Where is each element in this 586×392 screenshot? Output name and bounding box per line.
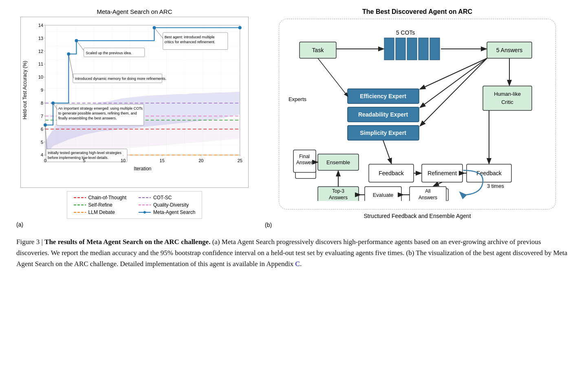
- annotation-best-text2: critics for enhanced refinement.: [165, 40, 216, 44]
- legend-qd-label: Quality-Diversity: [153, 202, 189, 208]
- task-to-experts-arrow: [318, 58, 348, 96]
- final-answer-label2: Answer: [296, 160, 313, 165]
- main-container: Meta-Agent Search on ARC: [16, 8, 570, 270]
- chart-panel: Meta-Agent Search on ARC: [16, 8, 253, 228]
- legend-cot-sc: COT-SC: [139, 195, 195, 200]
- y-axis-label: Held-out Test Accuracy (%): [22, 61, 28, 119]
- simplicity-expert-label: Simplicity Expert: [360, 130, 406, 136]
- y-label-5: 5: [41, 140, 43, 145]
- annotation-scaled-text: Scaled up the previous idea.: [86, 51, 132, 55]
- feedback2-label: Feedback: [476, 170, 502, 176]
- y-label-10: 10: [38, 75, 43, 79]
- diagram-subtitle: Structured Feedback and Ensemble Agent: [363, 213, 471, 219]
- cot-col-1: [384, 38, 394, 60]
- legend-cotsc-label: COT-SC: [153, 195, 172, 200]
- experts-to-feedback1-arrow: [383, 140, 391, 163]
- legend-chain-of-thought: Chain-of-Thought: [74, 195, 130, 200]
- chart-area: Best agent: introduced multiple critics …: [20, 17, 249, 188]
- experts-label: Experts: [289, 96, 307, 102]
- legend-self-refine: Self-Refine: [74, 202, 130, 208]
- y-label-14: 14: [38, 23, 43, 28]
- annotation-memory-text: Introduced dynamic memory for doing more…: [75, 77, 167, 81]
- feedback1-label: Feedback: [379, 170, 404, 176]
- x-label-25: 25: [238, 158, 242, 163]
- legend-selfrefine-icon: [74, 203, 86, 207]
- diagram-svg: 5 COTs Task 5 Answers: [287, 26, 548, 201]
- legend-metaagent-icon: [139, 210, 151, 214]
- svg-point-6: [143, 211, 146, 214]
- x-axis-label: Iteration: [134, 166, 151, 172]
- ensemble-label: Ensemble: [326, 159, 350, 165]
- refinement-to-allanswers-arrow: [434, 182, 442, 186]
- y-label-12: 12: [38, 49, 43, 54]
- human-critic-box: [483, 86, 532, 110]
- legend-metaagent-label: Meta-Agent Search: [153, 209, 195, 215]
- y-label-11: 11: [38, 62, 43, 66]
- y-label-13: 13: [38, 36, 43, 41]
- all-answers-text2: Answers: [419, 195, 437, 200]
- marker-25: [238, 26, 242, 29]
- legend-selfrefine-label: Self-Refine: [88, 202, 112, 208]
- x-label-0: 0: [44, 158, 46, 163]
- legend-meta-agent: Meta-Agent Search: [139, 209, 195, 215]
- human-critic-label2: Critic: [501, 99, 513, 105]
- final-answer-label1: Final: [299, 154, 310, 159]
- evaluate-label: Evaluate: [373, 192, 394, 198]
- legend-cotsc-icon: [139, 196, 151, 200]
- cot-col-3: [407, 38, 417, 60]
- caption-prefix: Figure 3 |: [16, 238, 44, 246]
- caption: Figure 3 | The results of Meta Agent Sea…: [16, 236, 570, 270]
- x-label-20: 20: [198, 158, 203, 163]
- diagram-panel-label: (b): [265, 222, 272, 228]
- three-times-label: 3 times: [487, 183, 504, 189]
- caption-end: .: [300, 260, 302, 268]
- annotation-initial-text2: before implementing low-level details.: [48, 156, 108, 160]
- y-label-4: 4: [41, 152, 43, 157]
- caption-link[interactable]: C: [295, 260, 300, 268]
- task-label: Task: [312, 47, 324, 53]
- human-critic-label1: Human-like: [494, 91, 521, 97]
- five-answers-label: 5 Answers: [496, 47, 523, 53]
- cot-col-2: [396, 38, 405, 60]
- chart-title: Meta-Agent Search on ARC: [97, 8, 172, 15]
- diagram-title: The Best Discovered Agent on ARC: [362, 8, 472, 15]
- legend-cot-label: Chain-of-Thought: [88, 195, 126, 200]
- x-label-5: 5: [83, 158, 86, 163]
- cots-label: 5 COTs: [396, 29, 415, 36]
- annotation-best-text1: Best agent: introduced multiple: [165, 35, 215, 39]
- answers-to-simplicity-arrow: [421, 58, 487, 126]
- figures-row: Meta-Agent Search on ARC: [16, 8, 570, 228]
- diagram-outer: 5 COTs Task 5 Answers: [279, 19, 556, 209]
- chart-legend: Chain-of-Thought COT-SC Self-Refine Qual…: [67, 191, 203, 219]
- annotation-initial-text1: Initially tested generating high-level s…: [48, 151, 121, 155]
- top3-label2: Answers: [329, 195, 348, 200]
- answers-to-efficiency-arrow: [421, 58, 487, 89]
- legend-qd-icon: [139, 203, 151, 207]
- legend-quality-diversity: Quality-Diversity: [139, 202, 195, 208]
- legend-llm-debate: LLM Debate: [74, 209, 130, 215]
- chart-panel-label: (a): [16, 221, 23, 228]
- caption-bold: The results of Meta Agent Search on the …: [44, 238, 210, 246]
- y-label-8: 8: [41, 101, 43, 106]
- y-label-6: 6: [41, 127, 43, 132]
- answers-to-readability-arrow: [421, 58, 487, 107]
- cot-col-4: [419, 38, 428, 60]
- top3-label1: Top-3: [332, 188, 344, 194]
- cot-col-5: [430, 38, 440, 60]
- diagram-panel: The Best Discovered Agent on ARC 5 COTs …: [265, 8, 570, 228]
- annotation-strategy-text2: to generate possible answers, refining t…: [58, 111, 137, 115]
- readability-expert-label: Readability Expert: [358, 111, 408, 118]
- annotation-strategy-text3: finally ensembling the best answers.: [58, 116, 117, 120]
- x-label-10: 10: [121, 158, 126, 163]
- efficiency-expert-label: Efficiency Expert: [360, 93, 406, 99]
- legend-cot-icon: [74, 196, 86, 200]
- y-label-9: 9: [41, 88, 43, 92]
- all-answers-text1: All: [425, 188, 430, 194]
- annotation-strategy-text1: An important strategy emerged: using mul…: [58, 106, 143, 110]
- legend-llmdebate-icon: [74, 210, 86, 214]
- y-label-7: 7: [41, 114, 43, 119]
- chart-svg: Best agent: introduced multiple critics …: [21, 17, 248, 187]
- refinement-label: Refinement: [427, 170, 457, 176]
- legend-llmdebate-label: LLM Debate: [88, 209, 115, 215]
- x-label-15: 15: [160, 158, 165, 163]
